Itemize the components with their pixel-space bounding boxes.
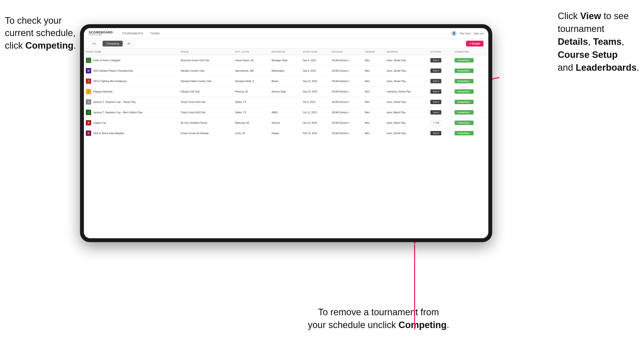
col-division: DIVISION <box>330 49 363 55</box>
event-name-cell: H John A. Burns Intercollegiate <box>84 128 179 139</box>
start-date-cell: Sep 9, 2023 <box>301 66 330 76</box>
competing-button[interactable]: Competing ✓ <box>455 79 474 83</box>
division-cell: NCAA Division I <box>330 86 363 97</box>
city-state-cell: Dallas, TX <box>233 107 270 118</box>
scoring-cell: team, Stroke Play <box>385 128 428 139</box>
annotation-top-left: To check your current schedule, click Co… <box>5 14 76 52</box>
event-name-cell: 🦅 Folds of Honor Collegiate <box>84 55 179 66</box>
scoring-cell: team, Stroke Play <box>385 66 428 76</box>
competing-cell: Competing ✓ <box>453 118 488 128</box>
table-row: W 2023 Sahalee Players Championship Saha… <box>84 66 488 76</box>
division-cell: NCAA Division I <box>330 76 363 86</box>
city-state-cell: Lihue, HI <box>233 128 270 139</box>
view-button[interactable]: View ℹ <box>430 100 441 104</box>
event-name-cell: W 2023 Sahalee Players Championship <box>84 66 179 76</box>
division-cell: NCAA Division I <box>330 66 363 76</box>
competing-button[interactable]: Competing ✓ <box>455 121 474 125</box>
hosted-by-cell: Michigan State <box>270 55 301 66</box>
team-logo: A <box>86 120 91 125</box>
scoring-cell: individual, Stroke Play <box>385 86 428 97</box>
edit-button[interactable]: ✏ Edit <box>430 120 442 125</box>
team-logo: 🌵 <box>86 89 91 94</box>
hosted-by-cell: Hawaii <box>270 128 301 139</box>
filter-tab-home[interactable]: Ho... <box>89 41 102 46</box>
nav-teams[interactable]: TEAMS <box>147 28 163 39</box>
venue-cell: Trinity Forest Golf Club <box>179 107 233 118</box>
hosted-by-cell: Arizona <box>270 118 301 128</box>
col-scoring: SCORING <box>385 49 428 55</box>
view-button[interactable]: View ℹ <box>430 79 441 83</box>
filter-tabs: Ho... Competing All <box>89 41 134 46</box>
table-row: J Jackson T. Stephens Cup – Stroke Play … <box>84 97 488 107</box>
competing-button[interactable]: Competing ✓ <box>455 68 474 73</box>
view-button[interactable]: View ℹ <box>430 58 441 62</box>
actions-cell: View ℹ <box>428 128 453 139</box>
col-city-state: CITY, STATE <box>233 49 270 55</box>
division-cell: NCAA Division I <box>330 128 363 139</box>
competing-button[interactable]: Competing ✓ <box>455 131 474 135</box>
start-date-cell: Jan 14, 2024 <box>301 118 330 128</box>
gender-cell: Men <box>363 55 385 66</box>
table-header-row: EVENT NAME VENUE CITY, STATE HOSTED BY S… <box>84 49 488 55</box>
gender-cell: Men <box>363 97 385 107</box>
event-name: Papago Individual <box>93 90 112 93</box>
col-gender: GENDER <box>363 49 385 55</box>
scoring-cell: team, Stroke Play <box>385 76 428 86</box>
city-state-cell: Phoenix, AZ <box>233 86 270 97</box>
team-logo: 🌿 <box>86 110 91 115</box>
venue-cell: Trinity Forest Golf Club <box>179 97 233 107</box>
actions-cell: ✏ Edit <box>428 118 453 128</box>
start-date-cell: Sep 4, 2023 <box>301 55 330 66</box>
division-cell: NCAA Division I <box>330 97 363 107</box>
competing-button[interactable]: Competing ✓ <box>455 89 474 94</box>
view-button[interactable]: View ℹ <box>430 110 441 115</box>
filter-tab-all[interactable]: All <box>124 41 134 46</box>
tournament-table-container: EVENT NAME VENUE CITY, STATE HOSTED BY S… <box>84 49 488 238</box>
event-name-cell: 🌵 Papago Individual <box>84 86 179 97</box>
competing-button[interactable]: Competing ✓ <box>455 100 474 104</box>
actions-cell: View ℹ <box>428 107 453 118</box>
event-name: John A. Burns Intercollegiate <box>93 132 124 135</box>
table-row: A Copper Cup Ak-Chin Southern DunesMaric… <box>84 118 488 128</box>
competing-button[interactable]: Competing ✓ <box>455 58 474 62</box>
division-cell: NCAA Division I <box>330 55 363 66</box>
division-cell: NCAA Division I <box>330 118 363 128</box>
filter-tab-competing[interactable]: Competing <box>102 41 123 46</box>
gender-cell: Men <box>363 66 385 76</box>
scoring-cell: team, Stroke Play <box>385 55 428 66</box>
nav-tournaments[interactable]: TOURNAMENTS <box>118 28 147 39</box>
competing-cell: Competing ✓ <box>453 66 488 76</box>
hosted-by-cell: Illinois <box>270 76 301 86</box>
event-name-cell: 🌿 Jackson T. Stephens Cup – Men's Match … <box>84 107 179 118</box>
competing-cell: Competing ✓ <box>453 128 488 139</box>
actions-cell: View ℹ <box>428 55 453 66</box>
venue-cell: American Dunes Golf Club <box>179 55 233 66</box>
view-button[interactable]: View ℹ <box>430 68 441 73</box>
col-actions: ACTIONS <box>428 49 453 55</box>
annotation-bottom: To remove a tournament from your schedul… <box>308 306 449 332</box>
table-row: I OFCC Fighting Illini Invitational Olym… <box>84 76 488 86</box>
tablet: SCOREBOARD Powered by clippi TOURNAMENTS… <box>80 24 492 242</box>
table-body: 🦅 Folds of Honor Collegiate American Dun… <box>84 55 488 139</box>
event-name-cell: I OFCC Fighting Illini Invitational <box>84 76 179 86</box>
gender-cell: Men <box>363 107 385 118</box>
navbar: SCOREBOARD Powered by clippi TOURNAMENTS… <box>84 28 488 39</box>
event-name-cell: A Copper Cup <box>84 118 179 128</box>
venue-cell: Papago Golf Club <box>179 86 233 97</box>
start-date-cell: Oct 11, 2023 <box>301 107 330 118</box>
event-name: Copper Cup <box>93 122 106 124</box>
sign-out-link[interactable]: Sign out <box>474 32 484 35</box>
event-name-cell: J Jackson T. Stephens Cup – Stroke Play <box>84 97 179 107</box>
venue-cell: Olympia Fields Country Club <box>179 76 233 86</box>
competing-cell: Competing ✓ <box>453 107 488 118</box>
competing-cell: Competing ✓ <box>453 55 488 66</box>
create-button[interactable]: + Create <box>466 41 484 46</box>
view-button[interactable]: View ℹ <box>430 131 441 135</box>
event-name: OFCC Fighting Illini Invitational <box>93 80 126 83</box>
col-competing: COMPETING <box>453 49 488 55</box>
hosted-by-cell <box>270 97 301 107</box>
view-button[interactable]: View ℹ <box>430 89 441 94</box>
competing-button[interactable]: Competing ✓ <box>455 110 474 115</box>
team-logo: H <box>86 131 91 136</box>
gender-cell: Men <box>363 86 385 97</box>
